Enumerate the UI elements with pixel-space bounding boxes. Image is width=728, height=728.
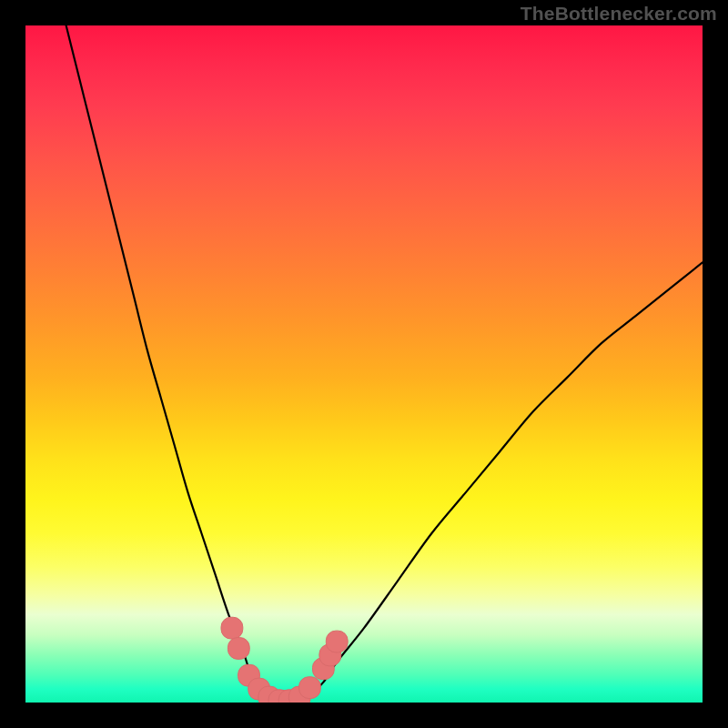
curve-group — [66, 25, 703, 703]
app-frame: TheBottlenecker.com — [0, 0, 728, 728]
curve-markers — [221, 617, 348, 703]
curve-marker — [326, 631, 348, 652]
curve-marker — [299, 677, 321, 699]
curve-marker — [228, 638, 249, 660]
chart-svg — [25, 25, 703, 703]
plot-area — [25, 25, 703, 703]
brand-watermark: TheBottlenecker.com — [521, 3, 717, 25]
curve-marker — [221, 617, 243, 639]
bottleneck-curve-path — [66, 25, 703, 703]
